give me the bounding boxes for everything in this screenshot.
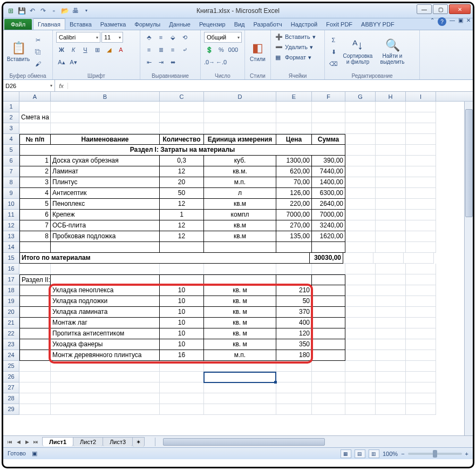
cell-G29[interactable] [345,404,376,415]
cell-H1[interactable] [376,102,406,112]
cell-H14[interactable] [376,242,406,253]
cell-G24[interactable] [345,350,376,361]
cell-A6[interactable]: 1 [19,156,51,166]
macro-record-icon[interactable]: ▣ [32,450,37,456]
cell-G21[interactable] [345,318,376,328]
cell-H6[interactable] [376,156,406,166]
cell-H25[interactable] [376,361,406,372]
cell-E9[interactable]: 126,00 [276,188,312,199]
cell-G19[interactable] [345,296,376,307]
row-header-9[interactable]: 9 [3,188,19,199]
cell-C6[interactable]: 0,3 [160,156,204,166]
cell-B18[interactable]: Укладка пеноплекса [51,285,160,296]
cell-E7[interactable]: 620,00 [276,166,312,177]
cell-A8[interactable]: 3 [19,177,51,188]
cell-I12[interactable] [406,220,436,231]
cell-B19[interactable]: Укладка подложки [51,296,160,307]
cell-G1[interactable] [345,102,376,112]
border-button[interactable]: ⊞ [92,44,103,55]
cell-H13[interactable] [376,231,406,242]
cell-F12[interactable]: 3240,00 [312,220,345,231]
cell-G25[interactable] [345,361,376,372]
cell-I5[interactable] [406,145,436,156]
clear-icon[interactable]: ⌫ [328,58,339,69]
row-header-24[interactable]: 24 [3,350,19,361]
vscroll-thumb[interactable] [465,109,473,217]
cell-D12[interactable]: кв.м [204,220,276,231]
cell-C9[interactable]: 50 [160,188,204,199]
cell-F20[interactable] [312,307,345,318]
cell-A27[interactable] [19,382,51,393]
cell-F18[interactable] [312,285,345,296]
cell-B14[interactable] [51,242,160,253]
cell-I15[interactable] [404,253,434,264]
cell-F21[interactable] [312,318,345,328]
number-format-combo[interactable]: Общий [204,32,242,43]
bold-button[interactable]: Ж [56,44,67,55]
cell-G7[interactable] [345,166,376,177]
cell-G14[interactable] [345,242,376,253]
cell-A20[interactable] [19,307,51,318]
cell-F19[interactable] [312,296,345,307]
cell-I29[interactable] [406,404,436,415]
cell-E4[interactable]: Цена [276,134,312,145]
cell-C18[interactable]: 10 [160,285,204,296]
percent-icon[interactable]: % [216,44,227,55]
cell-B29[interactable] [51,404,160,415]
cell-E8[interactable]: 70,00 [276,177,312,188]
cell-I2[interactable] [406,112,436,123]
cell-I8[interactable] [406,177,436,188]
cell-B16[interactable] [51,264,160,274]
fill-icon[interactable]: ⬇ [328,46,339,57]
align-left-icon[interactable]: ≡ [144,44,154,55]
cell-I28[interactable] [406,393,436,404]
cell-E11[interactable]: 7000,00 [276,210,312,220]
row-header-1[interactable]: 1 [3,102,19,112]
cell-B27[interactable] [51,382,160,393]
cell-G11[interactable] [345,210,376,220]
cell-C1[interactable] [160,102,204,112]
cell-C13[interactable]: 12 [160,231,204,242]
cell-D29[interactable] [204,404,276,415]
cell-B3[interactable] [51,123,160,134]
cell-C8[interactable]: 20 [160,177,204,188]
cell-H21[interactable] [376,318,406,328]
cell-E18[interactable]: 210 [276,285,312,296]
cell-H8[interactable] [376,177,406,188]
print-preview-icon[interactable]: 🖶 [71,6,80,15]
cell-B21[interactable]: Монтаж лаг [51,318,160,328]
cell-F1[interactable] [312,102,345,112]
cell-E19[interactable]: 50 [276,296,312,307]
cell-A25[interactable] [19,361,51,372]
cell-C16[interactable] [160,264,204,274]
cell-F2[interactable] [312,112,345,123]
ribbon-minimize-icon[interactable]: ⌃ [430,17,434,26]
view-page-break-icon[interactable]: ▥ [369,449,379,458]
cell-C19[interactable]: 10 [160,296,204,307]
cell-G16[interactable] [345,264,376,274]
cell-I25[interactable] [406,361,436,372]
cell-E28[interactable] [276,393,312,404]
cell-I26[interactable] [406,372,436,382]
cell-D26[interactable] [204,372,276,382]
row-header-3[interactable]: 3 [3,123,19,134]
tab-layout[interactable]: Разметка [96,19,131,30]
horizontal-scrollbar[interactable] [155,438,473,446]
cell-F13[interactable]: 1620,00 [312,231,345,242]
cell-H7[interactable] [376,166,406,177]
open-icon[interactable]: 📂 [60,6,69,15]
cell-A21[interactable] [19,318,51,328]
cell-F15[interactable]: 30030,00 [310,253,343,264]
zoom-out-icon[interactable]: − [401,451,404,457]
cell-C26[interactable] [160,372,204,382]
cell-A14[interactable] [19,242,51,253]
cell-I20[interactable] [406,307,436,318]
cell-E17[interactable] [276,274,312,285]
cell-C10[interactable]: 12 [160,199,204,210]
row-header-16[interactable]: 16 [3,264,19,274]
cell-H12[interactable] [376,220,406,231]
cell-I14[interactable] [406,242,436,253]
cell-A13[interactable]: 8 [19,231,51,242]
row-header-13[interactable]: 13 [3,231,19,242]
cell-B1[interactable] [51,102,160,112]
